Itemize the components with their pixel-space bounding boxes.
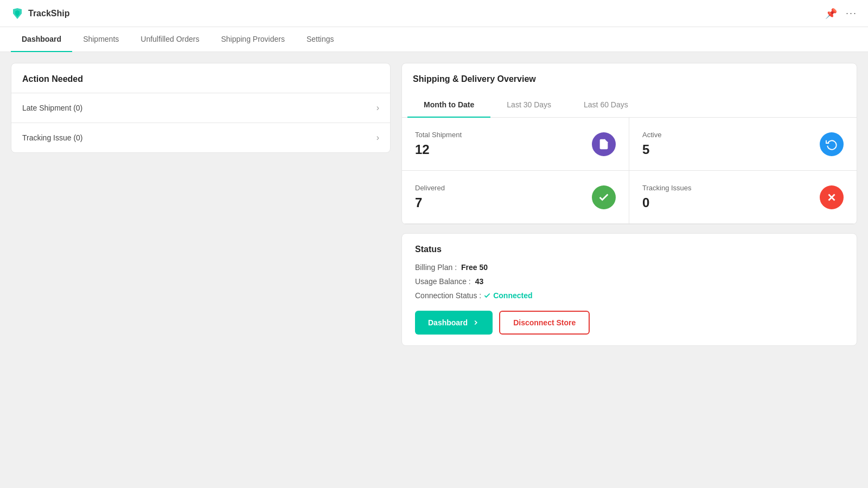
tab-month-to-date[interactable]: Month to Date [407, 93, 490, 118]
usage-balance-label: Usage Balance : [415, 277, 471, 286]
stats-grid: Total Shipment 12 [402, 118, 857, 224]
disconnect-store-button[interactable]: Disconnect Store [499, 311, 590, 335]
stat-delivered: Delivered 7 [402, 171, 629, 223]
right-panel: Shipping & Delivery Overview Month to Da… [401, 63, 857, 355]
nav-item-shipping-providers[interactable]: Shipping Providers [210, 27, 296, 52]
late-shipment-chevron: › [376, 103, 379, 113]
dashboard-chevron-icon [472, 319, 480, 326]
total-shipment-value: 12 [415, 142, 462, 157]
app-name: TrackShip [28, 9, 69, 18]
header-actions: 📌 ··· [825, 8, 857, 20]
connection-status-label: Connection Status : [415, 291, 481, 300]
tracking-issue-chevron: › [376, 133, 379, 143]
nav-item-dashboard[interactable]: Dashboard [11, 27, 72, 52]
late-shipment-label: Late Shipment (0) [22, 104, 82, 112]
main-nav: Dashboard Shipments Unfulfilled Orders S… [0, 27, 868, 52]
shipping-overview-card: Shipping & Delivery Overview Month to Da… [401, 63, 857, 224]
action-needed-title: Action Needed [11, 63, 390, 93]
delivered-value: 7 [415, 195, 445, 210]
billing-plan-value: Free 50 [461, 263, 488, 272]
tracking-issue-label: Tracking Issue (0) [22, 133, 83, 142]
tab-last-30-days[interactable]: Last 30 Days [490, 93, 567, 118]
usage-balance-value: 43 [475, 277, 484, 286]
overview-tabs: Month to Date Last 30 Days Last 60 Days [402, 93, 857, 118]
tracking-issues-label: Tracking Issues [642, 184, 692, 192]
left-panel: Action Needed Late Shipment (0) › Tracki… [11, 63, 391, 355]
shipping-overview-title: Shipping & Delivery Overview [402, 63, 857, 93]
trackship-logo-icon [11, 7, 24, 20]
tracking-issues-icon [820, 185, 844, 209]
billing-plan-label: Billing Plan : [415, 263, 457, 272]
logo: TrackShip [11, 7, 69, 20]
check-connected-icon [483, 292, 491, 299]
status-card: Status Billing Plan : Free 50 Usage Bala… [401, 233, 857, 346]
nav-item-settings[interactable]: Settings [296, 27, 345, 52]
tracking-issues-value: 0 [642, 195, 692, 210]
status-title: Status [415, 245, 844, 254]
billing-plan-row: Billing Plan : Free 50 [415, 263, 844, 272]
tracking-issue-item[interactable]: Tracking Issue (0) › [11, 123, 390, 152]
stat-total-shipment: Total Shipment 12 [402, 118, 629, 171]
pin-icon[interactable]: 📌 [825, 8, 837, 20]
usage-balance-row: Usage Balance : 43 [415, 277, 844, 286]
action-needed-card: Action Needed Late Shipment (0) › Tracki… [11, 63, 391, 153]
connection-status-row: Connection Status : Connected [415, 291, 844, 300]
late-shipment-item[interactable]: Late Shipment (0) › [11, 93, 390, 123]
app-header: TrackShip 📌 ··· [0, 0, 868, 27]
nav-item-unfulfilled-orders[interactable]: Unfulfilled Orders [130, 27, 210, 52]
total-shipment-icon [592, 132, 616, 156]
active-value: 5 [642, 142, 661, 157]
more-icon[interactable]: ··· [846, 8, 857, 19]
stat-tracking-issues: Tracking Issues 0 [629, 171, 857, 223]
delivered-label: Delivered [415, 184, 445, 192]
dashboard-button[interactable]: Dashboard [415, 311, 493, 335]
status-section: Status Billing Plan : Free 50 Usage Bala… [402, 234, 857, 345]
connection-status-value: Connected [483, 291, 532, 300]
nav-item-shipments[interactable]: Shipments [72, 27, 130, 52]
total-shipment-label: Total Shipment [415, 131, 462, 139]
status-buttons: Dashboard Disconnect Store [415, 311, 844, 335]
main-content: Action Needed Late Shipment (0) › Tracki… [0, 52, 868, 365]
active-icon [820, 132, 844, 156]
tab-last-60-days[interactable]: Last 60 Days [567, 93, 644, 118]
stat-active: Active 5 [629, 118, 857, 171]
active-label: Active [642, 131, 661, 139]
delivered-icon [592, 185, 616, 209]
